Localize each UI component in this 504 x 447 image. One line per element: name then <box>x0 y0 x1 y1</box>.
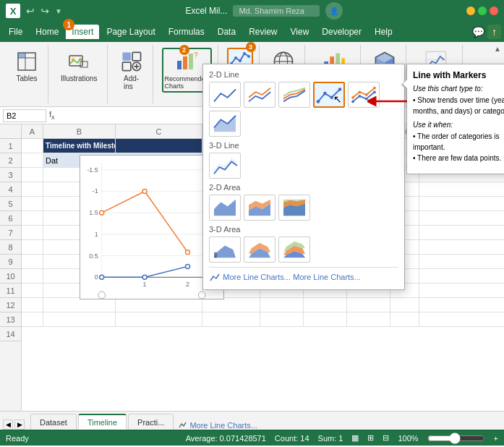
row-header-13[interactable]: 13 <box>0 312 21 327</box>
section-3d-line: 3-D Line <box>209 141 398 150</box>
row-header-7[interactable]: 7 <box>0 226 21 240</box>
row-header-12[interactable]: 12 <box>0 298 21 312</box>
cell-b1[interactable]: Timeline with Milesto... <box>43 139 116 153</box>
maximize-button[interactable] <box>478 7 487 15</box>
svg-point-79 <box>100 275 104 279</box>
row-header-6[interactable]: 6 <box>0 211 21 226</box>
more-line-charts-label[interactable]: More Line Charts... <box>293 273 361 281</box>
addins-button[interactable]: Add-ins <box>116 48 147 93</box>
more-charts-row: More Line Charts... More Line Charts... <box>209 267 398 284</box>
svg-marker-48 <box>214 200 236 216</box>
menu-home[interactable]: Home <box>30 25 64 39</box>
row-header-5[interactable]: 5 <box>0 197 21 211</box>
row-header-1[interactable]: 1 <box>0 139 21 153</box>
chart-line-area[interactable] <box>209 111 241 137</box>
svg-text:1: 1 <box>95 231 98 238</box>
collapse-ribbon-icon[interactable]: 💬 <box>472 26 484 38</box>
formula-bar-function-icon[interactable]: fx <box>49 110 55 121</box>
chart-area-100[interactable] <box>278 195 310 221</box>
chart-3d-area-100[interactable] <box>278 237 310 263</box>
row-header-3[interactable]: 3 <box>0 168 21 182</box>
sheet-tab-prev[interactable]: ◀ <box>3 420 13 430</box>
svg-point-43 <box>373 90 376 93</box>
undo-button[interactable]: ↩ <box>26 5 35 17</box>
menu-view[interactable]: View <box>285 25 315 39</box>
chart-row-2d-line-2 <box>209 111 398 137</box>
tooltip-use-for-text: • Show trends over time (years, months, … <box>413 95 504 116</box>
sheet-tab-dataset[interactable]: Dataset <box>30 414 77 430</box>
status-average: Average: 0.071428571 <box>186 434 266 443</box>
status-right: Average: 0.071428571 Count: 14 Sum: 1 ▦ … <box>186 433 498 444</box>
chart-3d-area-stacked[interactable] <box>244 237 276 263</box>
share-icon[interactable]: ↑ <box>487 25 501 39</box>
chart-area-stacked[interactable] <box>244 195 276 221</box>
status-ready: Ready <box>6 434 29 443</box>
chart-line-100[interactable] <box>278 82 310 108</box>
row-header-8[interactable]: 8 <box>0 240 21 255</box>
chart-area-basic[interactable] <box>209 195 241 221</box>
view-break-icon[interactable]: ⊟ <box>383 433 389 443</box>
col-a-header[interactable]: A <box>22 124 43 139</box>
menu-insert[interactable]: Insert 1 <box>66 25 99 39</box>
row-header-11[interactable]: 11 <box>0 284 21 298</box>
ribbon-controls: 💬 ↑ <box>472 25 501 39</box>
redo-button[interactable]: ↩ <box>40 5 49 17</box>
sheet-tab-next[interactable]: ▶ <box>14 420 25 430</box>
more-line-charts-link[interactable]: More Line Charts... <box>223 273 291 281</box>
svg-text:-1: -1 <box>93 187 98 195</box>
close-button[interactable] <box>490 7 498 15</box>
svg-rect-3 <box>18 53 25 58</box>
badge-rec-charts: 2 <box>179 45 189 55</box>
col-c-header[interactable]: C <box>116 124 202 139</box>
cell-a2[interactable] <box>22 153 43 167</box>
svg-rect-7 <box>122 52 130 60</box>
svg-text:2: 2 <box>186 281 189 288</box>
col-b-header[interactable]: B <box>43 124 116 139</box>
row-header-10[interactable]: 10 <box>0 269 21 284</box>
svg-rect-8 <box>132 52 140 60</box>
zoom-slider[interactable] <box>427 433 485 444</box>
chart-3d-area-basic[interactable] <box>209 237 241 263</box>
cell-a3[interactable] <box>22 168 43 182</box>
row-header-9[interactable]: 9 <box>0 255 21 269</box>
illustrations-button[interactable]: Illustrations <box>57 48 101 85</box>
chart-line-stacked[interactable] <box>244 82 276 108</box>
view-normal-icon[interactable]: ▦ <box>351 433 359 443</box>
menu-bar: File Home Insert 1 Page Layout Formulas … <box>0 22 504 42</box>
chart-line-markers[interactable]: ↖ <box>313 82 345 108</box>
chart-row-3d-area <box>209 237 398 263</box>
section-3d-area: 3-D Area <box>209 225 398 234</box>
menu-help[interactable]: Help <box>369 25 398 39</box>
view-page-icon[interactable]: ⊞ <box>367 433 374 443</box>
row-header-2[interactable]: 2 <box>0 153 21 168</box>
row-header-14[interactable]: 14 <box>0 327 21 341</box>
sheet-tab-practi[interactable]: Practi... <box>128 414 174 430</box>
chart-3d-line[interactable] <box>209 153 241 179</box>
window-controls <box>466 7 498 15</box>
zoom-level: 100% <box>398 434 418 443</box>
svg-rect-15 <box>189 54 193 69</box>
chart-line-basic[interactable] <box>209 82 241 108</box>
table-row <box>22 312 504 327</box>
tooltip-arrow-inner <box>403 79 408 89</box>
more-sheets-label[interactable]: More Line Charts... <box>189 421 257 430</box>
svg-point-47 <box>373 87 376 90</box>
tables-button[interactable]: Tables <box>12 48 42 85</box>
menu-formulas[interactable]: Formulas <box>163 25 210 39</box>
menu-data[interactable]: Data <box>212 25 242 39</box>
zoom-in-icon[interactable]: + <box>494 434 498 443</box>
user-avatar[interactable]: 👤 <box>325 2 343 20</box>
cell-a1[interactable] <box>22 139 43 153</box>
menu-review[interactable]: Review <box>243 25 283 39</box>
menu-file[interactable]: File <box>3 25 28 39</box>
menu-page-layout[interactable]: Page Layout <box>101 25 161 39</box>
cell-c1[interactable] <box>116 139 202 153</box>
search-input[interactable] <box>233 5 320 17</box>
menu-developer[interactable]: Developer <box>316 25 367 39</box>
more-sheets-link[interactable]: More Line Charts... <box>178 421 257 430</box>
name-box[interactable] <box>3 109 46 122</box>
row-header-4[interactable]: 4 <box>0 182 21 197</box>
ribbon-collapse-button[interactable]: ▲ <box>494 45 501 53</box>
sheet-tab-timeline[interactable]: Timeline <box>78 414 127 430</box>
minimize-button[interactable] <box>466 7 475 15</box>
